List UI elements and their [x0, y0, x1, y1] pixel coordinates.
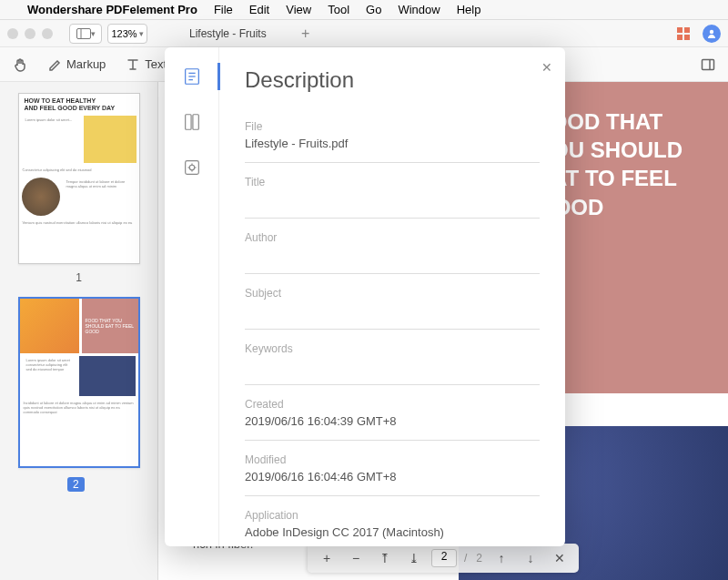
page-navigator: + − ⤒ ⤓ 2 / 2 ↑ ↓ ✕: [308, 544, 579, 573]
grid-view-icon[interactable]: [677, 27, 690, 40]
sidebar-toggle[interactable]: ▾: [69, 24, 102, 44]
svg-point-2: [710, 29, 713, 33]
dialog-title: Description: [245, 67, 540, 93]
zoom-in-button[interactable]: +: [315, 546, 339, 570]
maximize-window[interactable]: [42, 28, 53, 39]
field-application: ApplicationAdobe InDesign CC 2017 (Macin…: [245, 502, 540, 546]
menubar: Wondershare PDFelement Pro File Edit Vie…: [0, 0, 728, 20]
page-input[interactable]: 2: [431, 549, 457, 567]
field-created: Created2019/06/16 16:04:39 GMT+8: [245, 391, 540, 441]
svg-point-21: [189, 165, 195, 170]
last-page-button[interactable]: ⤓: [402, 546, 426, 570]
close-dialog-button[interactable]: ✕: [541, 60, 552, 75]
security-tab[interactable]: [181, 111, 203, 133]
window-controls: [7, 28, 53, 39]
new-tab-button[interactable]: +: [292, 25, 319, 42]
first-page-button[interactable]: ⤒: [373, 546, 397, 570]
zoom-value: 123%: [111, 28, 136, 39]
field-modified: Modified2019/06/16 16:04:46 GMT+8: [245, 446, 540, 496]
document-tab[interactable]: Lifestyle - Fruits: [164, 20, 292, 47]
field-subject[interactable]: Subject: [245, 280, 540, 330]
menu-help[interactable]: Help: [457, 3, 481, 16]
svg-rect-20: [185, 161, 198, 175]
properties-dialog: ✕ Description FileLifestyle - Fruits.pdf…: [165, 47, 565, 546]
zoom-level[interactable]: 123%▾: [107, 24, 147, 44]
app-name[interactable]: Wondershare PDFelement Pro: [27, 3, 197, 16]
minimize-window[interactable]: [25, 28, 35, 39]
menu-window[interactable]: Window: [398, 3, 440, 16]
text-button[interactable]: Text: [126, 57, 167, 72]
close-window[interactable]: [7, 28, 18, 39]
prev-page-button[interactable]: ↑: [490, 546, 513, 570]
page-separator: /: [464, 552, 467, 565]
field-title[interactable]: Title: [245, 168, 540, 219]
panel-toggle[interactable]: [701, 57, 715, 72]
menu-edit[interactable]: Edit: [249, 3, 269, 16]
svg-rect-12: [703, 59, 714, 69]
page-total: 2: [476, 552, 482, 565]
page-number-1: 1: [11, 271, 147, 284]
close-pager-button[interactable]: ✕: [548, 546, 571, 570]
menu-file[interactable]: File: [214, 3, 233, 16]
page-thumb-2[interactable]: FOOD THAT YOU SHOULD EAT TO FEEL GOOD Lo…: [18, 297, 140, 468]
svg-rect-0: [76, 28, 90, 38]
menu-tool[interactable]: Tool: [328, 3, 349, 16]
dialog-tabs: [165, 47, 219, 546]
svg-rect-18: [185, 115, 190, 130]
page-thumb-1[interactable]: HOW TO EAT HEALTHY AND FEEL GOOD EVERY D…: [18, 93, 140, 264]
next-page-button[interactable]: ↓: [519, 546, 542, 570]
zoom-out-button[interactable]: −: [344, 546, 368, 570]
field-file: FileLifestyle - Fruits.pdf: [245, 113, 540, 163]
user-avatar[interactable]: [703, 25, 721, 43]
titlebar: ▾ 123%▾ Lifestyle - Fruits +: [0, 20, 728, 47]
hand-tool[interactable]: [13, 57, 27, 72]
field-author[interactable]: Author: [245, 224, 540, 274]
menu-view[interactable]: View: [286, 3, 311, 16]
description-tab[interactable]: [181, 66, 203, 87]
page-number-2: 2: [67, 477, 85, 492]
thumbnail-panel: HOW TO EAT HEALTHY AND FEEL GOOD EVERY D…: [0, 82, 158, 580]
field-keywords[interactable]: Keywords: [245, 335, 540, 385]
menu-go[interactable]: Go: [366, 3, 381, 16]
svg-rect-19: [192, 115, 197, 130]
initial-view-tab[interactable]: [181, 157, 203, 178]
markup-button[interactable]: Markup: [47, 57, 106, 72]
